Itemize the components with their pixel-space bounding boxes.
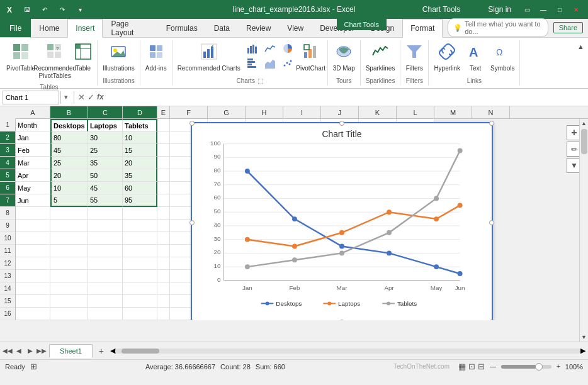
cell-b6[interactable]: 10: [50, 182, 88, 194]
col-header-a[interactable]: A: [16, 106, 50, 118]
scroll-thumb[interactable]: [581, 129, 587, 154]
tell-me-input[interactable]: 💡 Tell me what you want to do...: [448, 18, 548, 37]
cell-c8[interactable]: [88, 207, 123, 220]
sheet-nav-first[interactable]: ◀◀: [3, 346, 13, 356]
cell-c3[interactable]: 25: [88, 144, 123, 157]
cell-d6[interactable]: 60: [123, 182, 157, 194]
cell-e3[interactable]: [157, 144, 170, 157]
tab-insert[interactable]: Insert: [67, 19, 103, 38]
chart-handle-top[interactable]: [339, 121, 344, 126]
row-num-11[interactable]: 11: [0, 245, 15, 257]
row-num-8[interactable]: 8: [0, 207, 15, 220]
tab-formulas[interactable]: Formulas: [158, 18, 206, 37]
sign-in-button[interactable]: Sign in: [488, 5, 511, 14]
formula-cancel[interactable]: ✕: [78, 92, 85, 102]
cell-d8[interactable]: [123, 207, 157, 220]
chart-handle-right[interactable]: [489, 220, 494, 225]
sheet-nav-next[interactable]: ▶: [25, 346, 35, 356]
cell-b4[interactable]: 25: [50, 157, 88, 169]
pie-chart-button[interactable]: [280, 42, 296, 55]
cell-a5[interactable]: Apr: [16, 169, 50, 182]
cell-a4[interactable]: Mar: [16, 157, 50, 169]
horizontal-scrollbar[interactable]: ◀ ▶: [110, 347, 585, 355]
cell-a7[interactable]: Jun: [16, 194, 50, 207]
cell-d3[interactable]: 15: [123, 144, 157, 157]
cell-e6[interactable]: [157, 182, 170, 194]
row-num-7[interactable]: 7: [0, 194, 15, 207]
pivot-table-button[interactable]: PivotTable: [4, 42, 38, 73]
row-num-3[interactable]: 3: [0, 144, 15, 157]
area-chart-button[interactable]: [262, 57, 278, 70]
text-button[interactable]: A Text: [464, 42, 487, 73]
name-box-dropdown[interactable]: ▾: [62, 93, 70, 101]
row-num-14[interactable]: 14: [0, 282, 15, 295]
scroll-left-button[interactable]: ◀: [110, 347, 115, 355]
cell-d2[interactable]: 10: [123, 131, 157, 144]
col-header-g[interactable]: G: [208, 106, 246, 118]
recommended-pivot-tables-button[interactable]: ? Recommended PivotTables: [39, 42, 71, 81]
col-header-b[interactable]: B: [50, 106, 88, 118]
cell-d1[interactable]: Tablets: [123, 119, 157, 131]
cell-d4[interactable]: 20: [123, 157, 157, 169]
hyperlink-button[interactable]: Hyperlink: [431, 42, 463, 73]
row-num-12[interactable]: 12: [0, 257, 15, 270]
minimize-button[interactable]: —: [536, 3, 550, 16]
cell-e5[interactable]: [157, 169, 170, 182]
charts-group-expand[interactable]: ⬚: [257, 77, 263, 84]
tab-page-layout[interactable]: Page Layout: [103, 18, 157, 37]
cell-d7[interactable]: 95: [123, 194, 157, 207]
chart-handle-bl[interactable]: [189, 320, 195, 320]
tab-format[interactable]: Format: [402, 19, 443, 38]
cell-b1[interactable]: Desktops: [50, 119, 88, 131]
scroll-right-button[interactable]: ▶: [580, 347, 585, 355]
h-scroll-thumb[interactable]: [122, 349, 159, 354]
col-header-h[interactable]: H: [246, 106, 283, 118]
col-header-i[interactable]: I: [283, 106, 321, 118]
illustrations-button[interactable]: Illustrations: [100, 42, 137, 73]
tab-view[interactable]: View: [279, 18, 312, 37]
cell-c2[interactable]: 30: [88, 131, 123, 144]
row-num-1[interactable]: 1: [0, 119, 15, 131]
sheet-tab-sheet1[interactable]: Sheet1: [49, 344, 93, 358]
col-header-c[interactable]: C: [88, 106, 123, 118]
cell-a2[interactable]: Jan: [16, 131, 50, 144]
normal-view-icon[interactable]: ▦: [458, 362, 466, 371]
cell-c4[interactable]: 35: [88, 157, 123, 169]
close-button[interactable]: ✕: [569, 3, 583, 16]
customize-qat-button[interactable]: ▾: [73, 3, 87, 16]
row-num-16[interactable]: 16: [0, 308, 15, 320]
cell-e7[interactable]: [157, 194, 170, 207]
formula-function[interactable]: fx: [97, 92, 104, 102]
row-num-10[interactable]: 10: [0, 232, 15, 245]
column-chart-button[interactable]: [244, 42, 261, 55]
redo-button[interactable]: ↷: [55, 3, 69, 16]
zoom-out-button[interactable]: —: [490, 363, 496, 370]
col-header-e[interactable]: E: [157, 106, 170, 118]
formula-input[interactable]: [106, 92, 585, 103]
cell-e2[interactable]: [157, 131, 170, 144]
tab-home[interactable]: Home: [31, 18, 67, 37]
tab-data[interactable]: Data: [206, 18, 238, 37]
row-num-4[interactable]: 4: [0, 157, 15, 169]
cell-a1[interactable]: Month: [16, 119, 50, 131]
cell-c1[interactable]: Laptops: [88, 119, 123, 131]
cell-a8[interactable]: [16, 207, 50, 220]
cell-b8[interactable]: [50, 207, 88, 220]
vertical-scrollbar[interactable]: ▲ ▼: [579, 119, 588, 342]
cell-e8[interactable]: [157, 207, 170, 220]
col-header-j[interactable]: J: [321, 106, 359, 118]
col-header-m[interactable]: M: [434, 106, 472, 118]
pivot-chart-button[interactable]: PivotChart: [297, 42, 325, 73]
line-chart-button[interactable]: [262, 42, 278, 55]
chart-handle-tr[interactable]: [489, 121, 494, 126]
cell-e1[interactable]: [157, 119, 170, 131]
row-num-6[interactable]: 6: [0, 182, 15, 194]
chart-handle-bottom[interactable]: [339, 320, 344, 320]
ribbon-collapse-button[interactable]: ▲: [577, 43, 584, 50]
scatter-chart-button[interactable]: [280, 57, 296, 70]
col-header-d[interactable]: D: [123, 106, 157, 118]
symbols-button[interactable]: Ω Symbols: [488, 42, 517, 73]
tab-review[interactable]: Review: [238, 18, 279, 37]
bar-chart-button[interactable]: [244, 57, 261, 70]
col-header-n[interactable]: N: [472, 106, 510, 118]
